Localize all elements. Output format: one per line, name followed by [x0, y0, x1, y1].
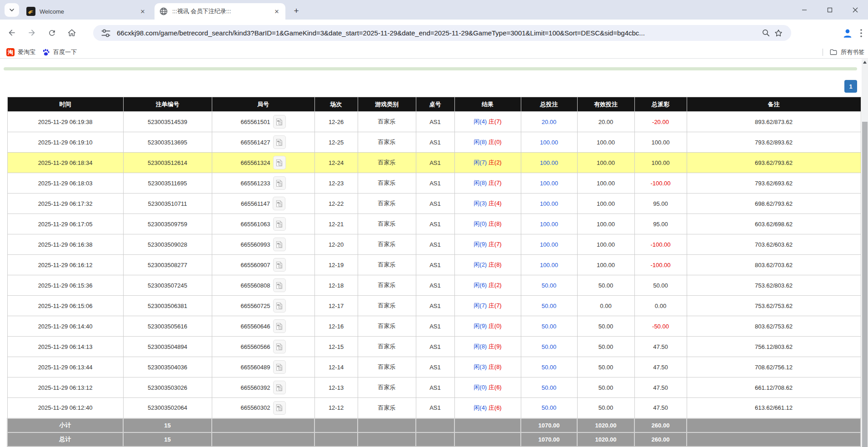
cell-valid-bet: 50.00 — [577, 337, 634, 357]
home-button[interactable] — [64, 25, 80, 41]
video-replay-button[interactable] — [273, 197, 285, 210]
tab-search-button[interactable] — [5, 3, 19, 17]
cell-payout: 47.50 — [634, 398, 687, 418]
pagination-page-1[interactable]: 1 — [844, 80, 857, 93]
result-player: 闲(9) — [474, 241, 487, 248]
result-player: 闲(9) — [474, 323, 487, 329]
cell-result: 闲(3) 庄(8) — [454, 357, 521, 377]
browser-menu-button[interactable] — [855, 25, 867, 41]
scrollbar-up-arrow-icon[interactable] — [863, 61, 867, 64]
table-row[interactable]: 2025-11-29 06:12:40523003502064665560302… — [7, 398, 861, 418]
tab-close-icon[interactable]: ✕ — [273, 7, 281, 15]
table-row[interactable]: 2025-11-29 06:18:03523003511695665561233… — [7, 173, 861, 194]
cell-total-bet: 50.00 — [521, 377, 577, 398]
address-bar[interactable]: 66cxkj98.com/game/betrecord_search/kind3… — [93, 25, 791, 41]
all-bookmarks-button[interactable]: 所有书签 — [829, 48, 864, 56]
table-row[interactable]: 2025-11-29 06:19:38523003514539665561501… — [7, 112, 861, 132]
table-row[interactable]: 2025-11-29 06:13:12523003503026665560392… — [7, 377, 861, 398]
minimize-button[interactable] — [792, 0, 817, 20]
video-file-icon — [276, 261, 283, 269]
video-replay-button[interactable] — [273, 238, 286, 251]
video-replay-button[interactable] — [273, 135, 286, 149]
result-player: 闲(4) — [474, 404, 487, 411]
table-row[interactable]: 2025-11-29 06:15:36523003507245665560808… — [7, 275, 861, 296]
round-number: 665560566 — [240, 343, 270, 350]
bookmark-star-icon[interactable] — [772, 27, 785, 40]
video-replay-button[interactable] — [273, 217, 286, 231]
video-file-icon — [276, 139, 283, 146]
cell-table-no: AS1 — [416, 377, 454, 398]
cell-round-id: 665560993 — [212, 234, 314, 255]
cell-game-type: 百家乐 — [358, 234, 416, 255]
table-row[interactable]: 2025-11-29 06:14:13523003504894665560566… — [7, 337, 861, 357]
new-tab-button[interactable]: + — [290, 5, 303, 17]
tab-bet-records[interactable]: :::视讯 会员下注纪录::: ✕ — [155, 3, 285, 20]
column-header: 游戏类别 — [358, 97, 416, 112]
video-replay-button[interactable] — [273, 278, 286, 292]
cell-table-no: AS1 — [416, 194, 454, 214]
forward-button[interactable] — [24, 25, 40, 41]
table-row[interactable]: 2025-11-29 06:15:06523003506381665560725… — [7, 296, 861, 316]
video-replay-button[interactable] — [273, 258, 286, 272]
video-replay-button[interactable] — [273, 340, 286, 353]
tab-welcome[interactable]: Welcome ✕ — [22, 3, 151, 20]
vertical-scrollbar[interactable] — [862, 59, 868, 447]
cell-payout: -100.00 — [634, 173, 687, 194]
video-replay-button[interactable] — [273, 360, 286, 374]
cell-round-id: 665560566 — [212, 337, 314, 357]
back-button[interactable] — [4, 25, 20, 41]
cell-session: 12-14 — [314, 357, 358, 377]
result-banker: 庄(7) — [489, 118, 502, 125]
table-row[interactable]: 2025-11-29 06:17:05523003509759665561063… — [7, 214, 861, 234]
round-number: 665561147 — [241, 200, 270, 207]
maximize-button[interactable] — [817, 0, 843, 20]
result-banker: 庄(7) — [489, 241, 502, 248]
close-window-button[interactable] — [843, 0, 868, 20]
cell-round-id: 665561233 — [212, 173, 314, 194]
cell-round-id: 665560489 — [212, 357, 314, 377]
tab-close-icon[interactable]: ✕ — [139, 7, 147, 15]
cell-table-no: AS1 — [416, 357, 454, 377]
zoom-page-icon[interactable] — [759, 27, 772, 40]
profile-avatar[interactable] — [840, 25, 855, 41]
bookmark-baidu[interactable]: 百度一下 — [42, 48, 77, 56]
cell-time: 2025-11-29 06:18:03 — [7, 173, 123, 194]
scrollbar-thumb[interactable] — [862, 122, 868, 447]
cell-result: 闲(6) 庄(2) — [454, 275, 521, 296]
result-banker: 庄(8) — [489, 220, 502, 227]
table-row[interactable]: 2025-11-29 06:18:34523003512614665561324… — [7, 153, 861, 173]
cell-bet-id: 523003503026 — [123, 377, 212, 398]
video-replay-button[interactable] — [273, 115, 286, 129]
cell-session: 12-19 — [314, 255, 358, 275]
video-replay-button[interactable] — [273, 401, 286, 415]
home-icon — [67, 28, 76, 37]
cell-session: 12-16 — [314, 316, 358, 337]
refresh-button[interactable] — [44, 25, 60, 41]
table-row[interactable]: 2025-11-29 06:13:44523003504036665560489… — [7, 357, 861, 377]
cell-total-bet: 50.00 — [521, 275, 577, 296]
video-replay-button[interactable] — [273, 299, 286, 313]
window-controls — [792, 0, 868, 20]
table-row[interactable]: 2025-11-29 06:19:10523003513695665561427… — [7, 132, 861, 153]
forward-arrow-icon — [27, 28, 36, 37]
cell-bet-id: 523003504894 — [123, 337, 212, 357]
cell-total-bet: 100.00 — [521, 234, 577, 255]
site-settings-icon[interactable] — [100, 27, 112, 40]
table-row[interactable]: 2025-11-29 06:16:12523003508277665560907… — [7, 255, 861, 275]
video-replay-button[interactable] — [273, 156, 286, 169]
cell-payout: 47.50 — [634, 377, 687, 398]
table-row[interactable]: 2025-11-29 06:16:38523003509028665560993… — [7, 234, 861, 255]
cell-session: 12-26 — [314, 112, 358, 132]
video-replay-button[interactable] — [273, 381, 286, 394]
tab-title: :::视讯 会员下注纪录::: — [172, 7, 273, 15]
video-replay-button[interactable] — [273, 176, 286, 190]
cell-session: 12-20 — [314, 234, 358, 255]
cell-valid-bet: 100.00 — [577, 173, 634, 194]
summary-total-bet: 1070.00 — [521, 418, 577, 432]
page-top-strip — [4, 67, 857, 70]
table-row[interactable]: 2025-11-29 06:17:32523003510711665561147… — [7, 194, 861, 214]
table-row[interactable]: 2025-11-29 06:14:40523003505616665560646… — [7, 316, 861, 337]
cell-payout: 100.00 — [634, 132, 687, 153]
video-replay-button[interactable] — [273, 319, 286, 333]
bookmark-taobao[interactable]: 淘 爱淘宝 — [6, 48, 35, 56]
